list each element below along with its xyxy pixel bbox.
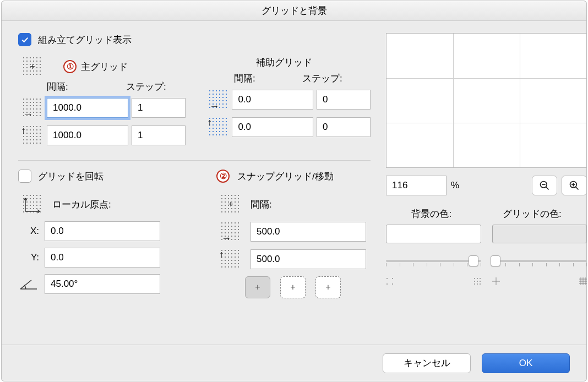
dense-grid-icon [579,277,587,285]
svg-line-1 [546,187,549,190]
y-label: Y: [18,252,39,263]
main-grid-step-label: ステップ: [126,80,205,93]
main-grid-spacing-y-input[interactable] [47,125,128,145]
show-construction-grid-label: 組み立てグリッド表示 [38,34,132,46]
grid-line-density-slider[interactable] [492,253,587,275]
annotation-1-badge: ① [63,60,77,73]
main-grid-spacing-x-input[interactable] [47,98,128,118]
show-construction-grid-checkbox[interactable] [18,33,31,46]
rotate-grid-label: グリッドを回転 [38,170,104,183]
bg-color-label: 背景の色: [411,208,451,220]
svg-point-11 [474,278,475,279]
local-origin-label: ローカル原点: [52,198,111,211]
origin-angle-input[interactable] [45,274,160,294]
aux-grid-step-x-input[interactable] [317,90,371,110]
aux-grid-spacing-y-input[interactable] [232,117,313,137]
sparse-dots-icon [386,277,394,285]
snap-spacing-label: 間隔: [251,198,272,211]
svg-point-18 [477,283,478,285]
origin-x-input[interactable] [45,221,160,241]
aux-grid-spacing-x-input[interactable] [232,90,313,110]
snap-mode-1-button[interactable]: + [245,276,270,298]
grid-x-icon: → [22,97,43,118]
svg-point-10 [392,283,393,285]
x-label: X: [18,226,39,237]
svg-point-17 [474,283,475,285]
ok-button[interactable]: OK [482,353,570,373]
grid-y-icon: ↑ [22,125,43,146]
bg-color-well[interactable] [386,225,481,243]
main-grid-step-y-input[interactable] [132,125,186,145]
snap-mode-2-button[interactable]: + [280,276,306,298]
axes-icon [22,194,43,215]
zoom-in-button[interactable] [562,176,587,195]
cancel-button[interactable]: キャンセル [383,353,471,373]
zoom-value-input[interactable] [386,176,447,195]
snap-spacing-x-input[interactable] [251,222,366,242]
origin-y-input[interactable] [45,248,160,268]
snap-x-icon: → [220,221,241,242]
svg-point-7 [386,278,388,279]
main-grid-icon [22,56,43,77]
rotate-grid-checkbox[interactable] [18,170,31,183]
sparse-grid-icon [492,277,500,285]
zoom-out-button[interactable] [532,176,557,195]
svg-point-13 [480,278,481,279]
snap-y-icon: ↑ [220,249,241,270]
aux-grid-step-label: ステップ: [302,72,371,85]
angle-icon [18,277,39,291]
main-grid-step-x-input[interactable] [132,98,186,118]
aux-grid-x-icon: → [208,89,229,110]
svg-point-15 [477,281,478,282]
grid-color-well[interactable] [492,225,587,243]
snap-grid-title: スナップグリッド/移動 [237,170,334,183]
zoom-percent-label: % [451,180,459,191]
snap-spacing-y-input[interactable] [251,249,366,269]
aux-grid-title: 補助グリッド [256,57,312,68]
grid-bg-dialog: グリッドと背景 組み立てグリッド表示 ① 主グリッド [1,1,587,381]
svg-point-8 [392,278,393,279]
bg-grid-density-slider[interactable] [386,253,481,275]
svg-point-19 [480,283,481,285]
aux-grid-spacing-label: 間隔: [234,72,302,85]
svg-point-16 [480,281,481,282]
aux-grid-step-y-input[interactable] [317,117,371,137]
annotation-2-badge: ② [216,170,230,183]
svg-line-4 [576,187,579,190]
main-grid-title: 主グリッド [81,61,128,73]
dense-dots-icon [473,277,481,285]
svg-point-9 [386,283,388,285]
grid-preview [386,33,587,168]
aux-grid-y-icon: ↑ [208,117,229,138]
snap-mode-3-button[interactable]: + [315,276,341,298]
svg-point-12 [477,278,478,279]
window-title: グリッドと背景 [2,1,586,21]
main-grid-spacing-label: 間隔: [47,80,126,93]
snap-grid-icon [220,194,241,215]
grid-color-label: グリッドの色: [503,208,562,220]
title-text: グリッドと背景 [262,4,327,17]
svg-point-14 [474,281,475,282]
